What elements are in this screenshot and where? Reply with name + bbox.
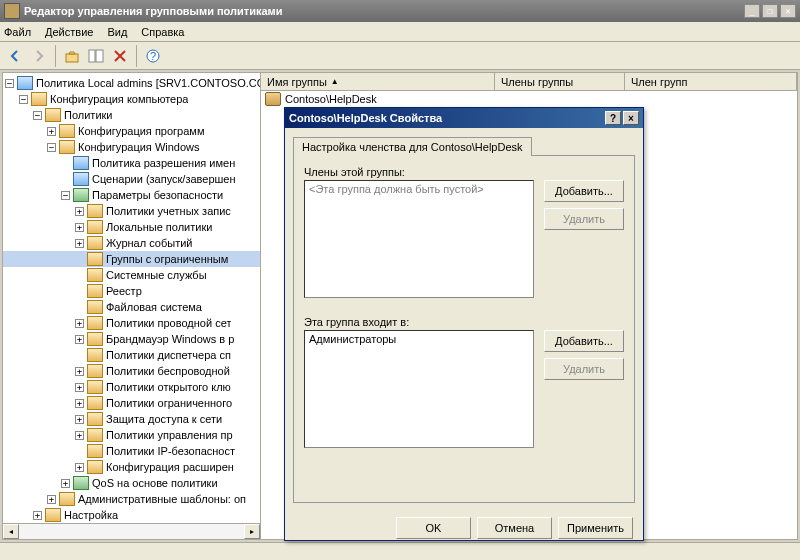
folder-icon [59,492,75,506]
folder-icon [59,124,75,138]
tree-registry[interactable]: Реестр [106,285,142,297]
tree-pubkey[interactable]: Политики открытого клю [106,381,231,393]
cancel-button[interactable]: Отмена [477,517,552,539]
members-remove-button[interactable]: Удалить [544,208,624,230]
tree-appctrl[interactable]: Политики управления пр [106,429,233,441]
folder-icon [87,396,103,410]
help-button[interactable]: ? [142,45,164,67]
list-header: Имя группы▲ Члены группы Член групп [261,73,797,91]
tree-root[interactable]: Политика Local admins [SRV1.CONTOSO.COM [36,77,260,89]
column-group-name[interactable]: Имя группы▲ [261,73,495,90]
window-title: Редактор управления групповыми политикам… [24,5,742,17]
tree-sys-svc[interactable]: Системные службы [106,269,207,281]
tree-wireless[interactable]: Политики беспроводной [106,365,230,377]
sort-asc-icon: ▲ [331,77,339,86]
tree-qos[interactable]: QoS на основе политики [92,477,218,489]
script-icon [73,172,89,186]
folder-icon [87,412,103,426]
delete-button[interactable] [109,45,131,67]
dialog-titlebar[interactable]: Contoso\HelpDesk Свойства ? × [285,108,643,128]
group-icon [265,92,281,106]
members-listbox[interactable]: <Эта группа должна быть пустой> [304,180,534,298]
qos-icon [73,476,89,490]
tree-restrict-sw[interactable]: Политики ограниченного [106,397,232,409]
folder-icon [87,364,103,378]
folder-icon [87,428,103,442]
tree-filesys[interactable]: Файловая система [106,301,202,313]
tree-comp-config[interactable]: Конфигурация компьютера [50,93,188,105]
folder-icon [87,348,103,362]
tree-nap[interactable]: Защита доступа к сети [106,413,222,425]
tree-horizontal-scrollbar[interactable]: ◂ ▸ [3,523,260,539]
properties-dialog: Contoso\HelpDesk Свойства ? × Настройка … [284,107,644,541]
tree-pane: −Политика Local admins [SRV1.CONTOSO.COM… [3,73,261,539]
up-button[interactable] [61,45,83,67]
folder-icon [87,332,103,346]
tree-nlm[interactable]: Политики диспетчера сп [106,349,231,361]
memberof-item[interactable]: Администраторы [309,333,529,345]
tree-policies[interactable]: Политики [64,109,113,121]
group-name-cell: Contoso\HelpDesk [285,93,377,105]
memberof-listbox[interactable]: Администраторы [304,330,534,448]
folder-icon [87,284,103,298]
folder-icon [87,380,103,394]
dialog-close-button[interactable]: × [623,111,639,125]
tree-local-pol[interactable]: Локальные политики [106,221,212,233]
column-members[interactable]: Члены группы [495,73,625,90]
apply-button[interactable]: Применить [558,517,633,539]
dialog-title: Contoso\HelpDesk Свойства [289,112,603,124]
menu-action[interactable]: Действие [45,26,93,38]
svg-rect-0 [66,54,78,62]
dialog-tab[interactable]: Настройка членства для Contoso\HelpDesk [293,137,532,156]
minimize-button[interactable]: _ [744,4,760,18]
tree-evt-log[interactable]: Журнал событий [106,237,192,249]
tree-prog-config[interactable]: Конфигурация программ [78,125,204,137]
menu-help[interactable]: Справка [141,26,184,38]
tree-prefs[interactable]: Настройка [64,509,118,521]
folder-icon [87,204,103,218]
folder-icon [87,268,103,282]
show-hide-tree-button[interactable] [85,45,107,67]
scroll-left-button[interactable]: ◂ [3,524,19,539]
tree-ipsec[interactable]: Политики IP-безопасност [106,445,235,457]
tree-acct-pol[interactable]: Политики учетных запис [106,205,231,217]
memberof-add-button[interactable]: Добавить... [544,330,624,352]
column-memberof[interactable]: Член групп [625,73,797,90]
maximize-button[interactable]: ❐ [762,4,778,18]
toolbar-separator [55,45,56,67]
members-label: Члены этой группы: [304,166,624,178]
list-row[interactable]: Contoso\HelpDesk [261,91,797,107]
toolbar-separator [136,45,137,67]
menu-bar: Файл Действие Вид Справка [0,22,800,42]
folder-icon [87,220,103,234]
toolbar: ? [0,42,800,70]
folder-icon [59,140,75,154]
tree-name-res[interactable]: Политика разрешения имен [92,157,235,169]
members-add-button[interactable]: Добавить... [544,180,624,202]
close-button[interactable]: × [780,4,796,18]
dialog-footer: OK Отмена Применить [285,511,643,545]
menu-file[interactable]: Файл [4,26,31,38]
forward-button[interactable] [28,45,50,67]
memberof-label: Эта группа входит в: [304,316,624,328]
tree-scripts[interactable]: Сценарии (запуск/завершен [92,173,236,185]
menu-view[interactable]: Вид [107,26,127,38]
back-button[interactable] [4,45,26,67]
folder-icon [87,252,103,266]
tree-wired[interactable]: Политики проводной сет [106,317,231,329]
tree-restricted-groups[interactable]: Группы с ограниченным [106,253,228,265]
tree-sec-params[interactable]: Параметры безопасности [92,189,223,201]
folder-icon [87,316,103,330]
tree-win-config[interactable]: Конфигурация Windows [78,141,200,153]
folder-icon [45,508,61,522]
tree-adm-tpl[interactable]: Административные шаблоны: оп [78,493,246,505]
tree-adv-audit[interactable]: Конфигурация расширен [106,461,234,473]
dialog-help-button[interactable]: ? [605,111,621,125]
policy-tree[interactable]: −Политика Local admins [SRV1.CONTOSO.COM… [3,73,260,525]
lock-icon [73,188,89,202]
memberof-remove-button[interactable]: Удалить [544,358,624,380]
ok-button[interactable]: OK [396,517,471,539]
folder-icon [87,444,103,458]
tree-firewall[interactable]: Брандмауэр Windows в р [106,333,234,345]
scroll-right-button[interactable]: ▸ [244,524,260,539]
